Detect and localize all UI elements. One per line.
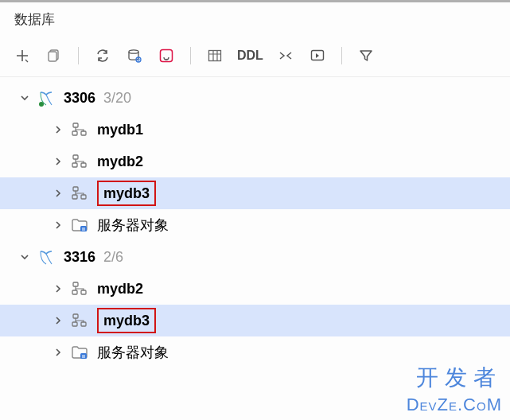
duplicate-button[interactable] [43, 45, 65, 67]
schema-label: mydb2 [97, 281, 143, 298]
connection-node[interactable]: 3306 3/20 [0, 82, 510, 114]
svg-rect-10 [72, 131, 77, 135]
server-objects-label: 服务器对象 [97, 216, 169, 235]
chevron-right-icon[interactable] [51, 154, 65, 169]
schema-label: mydb3 [97, 308, 156, 333]
schema-node[interactable]: mydb3 [0, 305, 510, 336]
datasource-icon [37, 247, 56, 266]
console-button[interactable] [306, 45, 329, 67]
svg-rect-11 [81, 131, 86, 135]
svg-rect-9 [73, 123, 78, 127]
folder-icon [70, 216, 89, 235]
svg-rect-24 [81, 322, 86, 326]
server-objects-label: 服务器对象 [97, 343, 169, 362]
collapse-button[interactable] [274, 45, 297, 67]
chevron-right-icon[interactable] [51, 122, 65, 137]
connection-node[interactable]: 3316 2/6 [0, 241, 510, 273]
chevron-down-icon[interactable] [18, 250, 32, 264]
schema-node[interactable]: mydb3 [0, 177, 510, 209]
datasource-properties-button[interactable] [123, 45, 146, 67]
chevron-down-icon[interactable] [18, 91, 32, 105]
connection-count: 3/20 [103, 90, 131, 107]
svg-rect-20 [72, 290, 77, 294]
toolbar-separator [190, 47, 191, 64]
chevron-right-icon[interactable] [51, 313, 65, 328]
schema-label: mydb2 [97, 154, 143, 170]
svg-rect-13 [72, 163, 77, 167]
chevron-right-icon[interactable] [51, 186, 65, 200]
ddl-button[interactable]: DDL [236, 49, 265, 63]
schema-label: mydb3 [97, 181, 156, 206]
svg-rect-15 [73, 187, 78, 191]
svg-rect-23 [72, 322, 77, 326]
svg-rect-19 [73, 282, 78, 286]
svg-point-5 [165, 59, 167, 60]
folder-icon [70, 343, 89, 362]
panel-title: 数据库 [0, 2, 510, 40]
connection-count: 2/6 [103, 249, 123, 266]
schema-icon [70, 279, 89, 298]
chevron-right-icon[interactable] [51, 282, 65, 296]
schema-icon [70, 184, 89, 203]
schema-icon [70, 120, 89, 139]
add-button[interactable] [11, 45, 33, 67]
schema-node[interactable]: mydb2 [0, 146, 510, 177]
chevron-right-icon[interactable] [51, 345, 65, 360]
schema-icon [70, 152, 89, 171]
schema-node[interactable]: mydb2 [0, 273, 510, 305]
svg-rect-12 [73, 155, 78, 159]
chevron-right-icon[interactable] [51, 218, 65, 232]
refresh-button[interactable] [91, 45, 114, 67]
svg-rect-17 [81, 195, 86, 199]
server-objects-node[interactable]: 服务器对象 [0, 336, 510, 368]
svg-rect-21 [81, 290, 86, 294]
connection-label: 3316 [64, 249, 95, 266]
svg-rect-14 [81, 163, 86, 167]
database-tree: 3306 3/20 mydb1 mydb2 mydb3 [0, 77, 510, 368]
svg-rect-16 [72, 195, 77, 199]
toolbar: DDL [0, 40, 510, 77]
svg-rect-22 [73, 314, 78, 318]
filter-button[interactable] [355, 45, 377, 67]
toolbar-separator [341, 47, 342, 64]
svg-point-8 [39, 102, 44, 107]
server-objects-node[interactable]: 服务器对象 [0, 209, 510, 241]
schema-node[interactable]: mydb1 [0, 114, 510, 146]
svg-point-2 [129, 50, 138, 53]
schema-icon [70, 311, 89, 330]
disconnect-button[interactable] [155, 45, 177, 67]
datasource-icon [37, 88, 56, 107]
connection-label: 3306 [64, 90, 95, 107]
svg-rect-1 [49, 52, 56, 61]
watermark-en: DevZe.CoM [407, 395, 502, 415]
svg-rect-6 [209, 51, 221, 61]
table-view-button[interactable] [204, 45, 226, 67]
toolbar-separator [78, 47, 79, 64]
schema-label: mydb1 [97, 122, 143, 138]
